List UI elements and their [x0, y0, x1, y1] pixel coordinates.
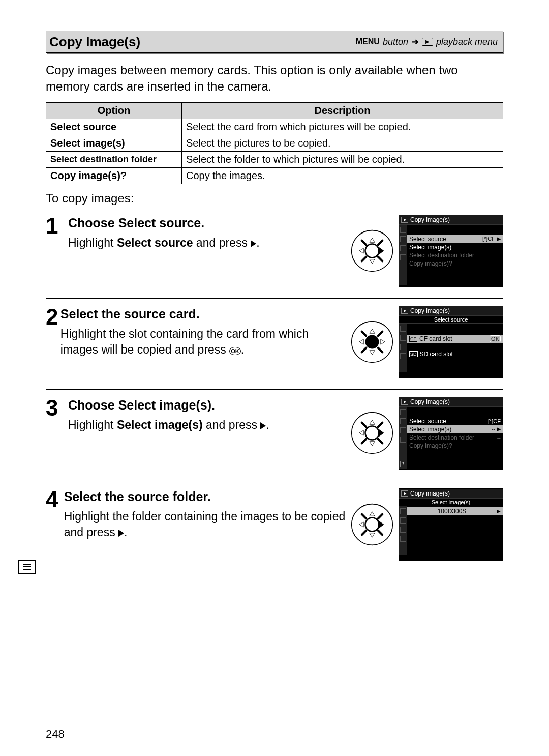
- multiselector-right-icon: [351, 229, 393, 272]
- step-illustration: ▶Copy image(s) Select source[*]CF ▶ Sele…: [351, 215, 503, 287]
- camera-screen: ▶Copy image(s) Select source CFCF card s…: [399, 306, 503, 378]
- svg-point-11: [365, 335, 379, 348]
- step-title: Select the source card.: [60, 306, 346, 323]
- camera-screen: ▶Copy image(s) Select image(s) 100D300S …: [399, 488, 503, 561]
- section-title: Copy Image(s): [49, 34, 140, 50]
- step-1: 1 Choose Select source. Highlight Select…: [46, 208, 503, 298]
- multiselector-ok-icon: [351, 321, 393, 363]
- multiselector-right-icon: [351, 412, 393, 454]
- step-2: 2 Select the source card. Highlight the …: [46, 298, 503, 389]
- lcd-row: Select source[*]CF ▶: [407, 235, 503, 243]
- right-arrow-icon: [260, 422, 266, 429]
- step-title: Choose Select source.: [68, 215, 346, 232]
- table-row: Select destination folderSelect the fold…: [46, 151, 503, 167]
- svg-point-31: [365, 517, 379, 531]
- svg-point-1: [365, 244, 379, 257]
- section-header: Copy Image(s) MENU button ➜ ▶ playback m…: [46, 31, 503, 53]
- playback-tab-icon: ▶: [401, 490, 408, 497]
- lcd-row: Copy image(s)?: [407, 442, 503, 450]
- step-body: Select the source folder. Highlight the …: [64, 488, 351, 561]
- arrow-icon: ➜: [411, 36, 419, 47]
- page-number: 248: [46, 728, 65, 741]
- table-row: Copy image(s)?Copy the images.: [46, 167, 503, 184]
- step-number: 3: [46, 397, 68, 470]
- camera-screen: ▶Copy image(s) Select source[*]CF ▶ Sele…: [399, 215, 503, 287]
- step-illustration: ▶Copy image(s) Select image(s) 100D300S …: [351, 488, 503, 561]
- menu-path: MENU button ➜ ▶ playback menu: [356, 36, 498, 47]
- ok-badge: OK: [490, 335, 501, 342]
- step-instruction: Highlight the slot containing the card f…: [60, 326, 346, 358]
- playback-tab-icon: ▶: [401, 399, 408, 405]
- playback-icon: ▶: [422, 38, 433, 46]
- to-copy-text: To copy images:: [46, 191, 503, 206]
- step-instruction: Highlight the folder containing the imag…: [64, 509, 346, 540]
- multiselector-right-icon: [351, 503, 393, 546]
- right-arrow-icon: [118, 530, 124, 537]
- options-table: Option Description Select sourceSelect t…: [46, 102, 503, 184]
- step-number: 1: [46, 215, 68, 287]
- step-body: Choose Select source. Highlight Select s…: [68, 215, 351, 287]
- th-option: Option: [46, 102, 182, 119]
- camera-screen: ▶Copy image(s) ? Select source[*]CF Sele…: [399, 397, 503, 470]
- step-title: Select the source folder.: [64, 488, 346, 506]
- step-4: 4 Select the source folder. Highlight th…: [46, 481, 503, 572]
- step-title: Choose Select image(s).: [68, 397, 346, 414]
- step-instruction: Highlight Select source and press .: [68, 235, 346, 251]
- margin-list-icon: [18, 560, 36, 574]
- table-row: Select image(s)Select the pictures to be…: [46, 135, 503, 151]
- manual-page: Copy Image(s) MENU button ➜ ▶ playback m…: [0, 0, 549, 756]
- step-instruction: Highlight Select image(s) and press .: [68, 417, 346, 433]
- lcd-row: Select source[*]CF: [407, 417, 503, 425]
- step-body: Choose Select image(s). Highlight Select…: [68, 397, 351, 470]
- ok-button-icon: OK: [229, 347, 241, 356]
- steps-list: 1 Choose Select source. Highlight Select…: [46, 208, 503, 572]
- lcd-row: CFCF card slotOK: [407, 335, 503, 343]
- playback-tab-icon: ▶: [401, 217, 408, 223]
- step-number: 2: [46, 306, 60, 378]
- table-row: Select sourceSelect the card from which …: [46, 119, 503, 135]
- step-illustration: ▶Copy image(s) Select source CFCF card s…: [351, 306, 503, 378]
- lcd-row: Copy image(s)?: [407, 259, 503, 268]
- step-3: 3 Choose Select image(s). Highlight Sele…: [46, 389, 503, 481]
- lcd-row: Select image(s)--: [407, 243, 503, 251]
- lcd-row: Select destination folder--: [407, 251, 503, 259]
- button-word: button: [383, 37, 408, 47]
- playback-tab-icon: ▶: [401, 308, 408, 314]
- lcd-row: Select destination folder--: [407, 433, 503, 442]
- lcd-row: Select image(s)-- ▶: [407, 425, 503, 433]
- lcd-row: 100D300S ▶: [407, 507, 503, 515]
- step-number: 4: [46, 488, 64, 561]
- step-illustration: ▶Copy image(s) ? Select source[*]CF Sele…: [351, 397, 503, 470]
- svg-point-21: [365, 426, 379, 440]
- th-description: Description: [182, 102, 503, 119]
- intro-text: Copy images between memory cards. This o…: [46, 62, 503, 95]
- menu-word: MENU: [356, 37, 380, 46]
- lcd-row: SDSD card slot: [407, 350, 503, 358]
- playback-menu-label: playback menu: [436, 37, 498, 47]
- step-body: Select the source card. Highlight the sl…: [60, 306, 351, 378]
- right-arrow-icon: [251, 240, 256, 247]
